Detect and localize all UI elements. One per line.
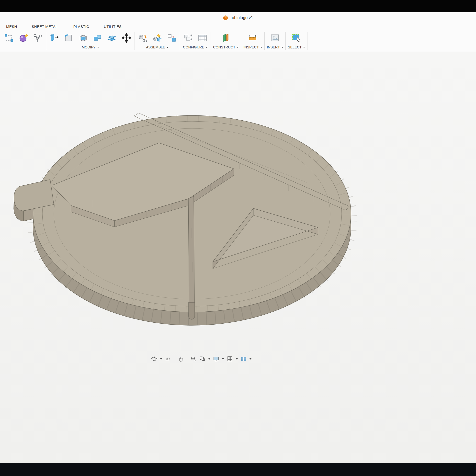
zoom-icon	[190, 356, 197, 362]
press-pull-button[interactable]	[49, 32, 60, 44]
shell-button[interactable]	[77, 32, 89, 44]
split-body-button[interactable]	[106, 32, 118, 44]
joint-button[interactable]	[152, 32, 163, 44]
selection-sets-button[interactable]	[3, 32, 15, 44]
insert-dropdown[interactable]: INSERT	[267, 45, 283, 50]
toolbar-group-assemble: ASSEMBLE	[135, 32, 180, 50]
construct-label: CONSTRUCT	[213, 45, 235, 49]
press-pull-icon	[50, 33, 59, 43]
view-navigation-bar	[151, 355, 252, 362]
chevron-down-icon	[206, 47, 208, 48]
fillet-button[interactable]	[63, 32, 75, 44]
configuration-table-button[interactable]	[197, 32, 208, 44]
fit-button[interactable]	[199, 355, 206, 362]
titlebar: robinlogo v1	[0, 15, 476, 20]
split-body-icon	[107, 33, 117, 43]
ribbon-tabs: MESH SHEET METAL PLASTIC UTILITIES	[0, 24, 121, 29]
construct-plane-icon	[221, 33, 231, 43]
viewports-icon	[240, 356, 247, 362]
toolbar-group-select: SELECT	[286, 32, 307, 50]
chevron-down-icon	[97, 47, 99, 48]
rigid-group-icon	[167, 33, 177, 43]
selection-sets-icon	[4, 33, 14, 43]
create-form-button[interactable]	[17, 32, 29, 44]
insert-label: INSERT	[267, 45, 280, 49]
tab-utilities[interactable]: UTILITIES	[104, 24, 121, 29]
fusion-window: robinlogo v1 MESH SHEET METAL PLASTIC UT…	[0, 0, 476, 476]
chevron-down-icon	[237, 47, 239, 48]
tab-mesh[interactable]: MESH	[6, 24, 17, 29]
orbit-caret[interactable]	[160, 355, 163, 362]
assemble-linkage-button[interactable]	[32, 32, 44, 44]
document-title: robinlogo v1	[230, 16, 253, 20]
configuration-table-icon	[198, 33, 207, 43]
display-settings-caret[interactable]	[221, 355, 224, 362]
select-icon	[291, 33, 301, 43]
modify-label: MODIFY	[82, 45, 95, 49]
modify-dropdown[interactable]: MODIFY	[82, 45, 99, 50]
look-at-button[interactable]	[164, 355, 172, 362]
configuration-button[interactable]	[182, 32, 194, 44]
toolbar: MODIFY	[1, 32, 307, 50]
grid-icon	[227, 356, 233, 362]
window-chrome-bottom-bar	[0, 463, 476, 476]
assemble-label: ASSEMBLE	[146, 45, 165, 49]
toolbar-group-inspect: INSPECT	[241, 32, 265, 50]
move-copy-icon	[121, 33, 131, 43]
assemble-dropdown[interactable]: ASSEMBLE	[146, 45, 169, 50]
select-dropdown[interactable]: SELECT	[288, 45, 305, 50]
combine-icon	[93, 33, 102, 43]
orbit-icon	[151, 356, 157, 362]
select-label: SELECT	[288, 45, 302, 49]
move-copy-button[interactable]	[120, 32, 132, 44]
measure-button[interactable]	[247, 32, 258, 44]
chevron-down-icon	[303, 47, 305, 48]
inspect-label: INSPECT	[243, 45, 259, 49]
fillet-icon	[64, 33, 74, 43]
toolbar-group-configure: CONFIGURE	[180, 32, 211, 50]
create-form-icon	[18, 33, 28, 43]
configuration-icon	[183, 33, 193, 43]
viewports-button[interactable]	[240, 355, 247, 362]
toolbar-group-leading	[1, 32, 46, 50]
orbit-button[interactable]	[151, 355, 158, 362]
toolbar-group-insert: INSERT	[265, 32, 286, 50]
configure-label: CONFIGURE	[183, 45, 204, 49]
construct-plane-button[interactable]	[220, 32, 232, 44]
rigid-group-button[interactable]	[166, 32, 178, 44]
display-settings-button[interactable]	[213, 355, 220, 362]
toolbar-group-construct: CONSTRUCT	[211, 32, 241, 50]
chevron-down-icon	[167, 47, 169, 48]
pan-hand-icon	[178, 356, 184, 362]
grid-and-snaps-button[interactable]	[226, 355, 234, 362]
window-chrome-top-bar	[0, 0, 476, 12]
new-component-button[interactable]	[137, 32, 149, 44]
shell-icon	[78, 33, 88, 43]
zoom-button[interactable]	[190, 355, 197, 362]
configure-dropdown[interactable]: CONFIGURE	[183, 45, 208, 50]
combine-button[interactable]	[92, 32, 103, 44]
construct-dropdown[interactable]: CONSTRUCT	[213, 45, 239, 50]
viewports-caret[interactable]	[249, 355, 252, 362]
tab-plastic[interactable]: PLASTIC	[73, 24, 89, 29]
new-component-icon	[138, 33, 148, 43]
display-settings-icon	[213, 356, 220, 362]
pan-button[interactable]	[177, 355, 185, 362]
robinlogo-model[interactable]	[0, 52, 476, 463]
insert-canvas-icon	[270, 33, 280, 43]
inspect-dropdown[interactable]: INSPECT	[243, 45, 262, 50]
joint-icon	[153, 33, 162, 43]
fit-caret[interactable]	[208, 355, 211, 362]
insert-canvas-button[interactable]	[269, 32, 281, 44]
document-cube-icon	[223, 15, 228, 20]
toolbar-group-modify: MODIFY	[46, 32, 135, 50]
select-button[interactable]	[290, 32, 302, 44]
measure-icon	[248, 33, 257, 43]
ribbon: robinlogo v1 MESH SHEET METAL PLASTIC UT…	[0, 12, 476, 52]
fit-icon	[199, 356, 206, 362]
tab-sheet-metal[interactable]: SHEET METAL	[32, 24, 58, 29]
model-viewport[interactable]	[0, 52, 476, 463]
chevron-down-icon	[260, 47, 262, 48]
chevron-down-icon	[281, 47, 283, 48]
grid-and-snaps-caret[interactable]	[235, 355, 238, 362]
